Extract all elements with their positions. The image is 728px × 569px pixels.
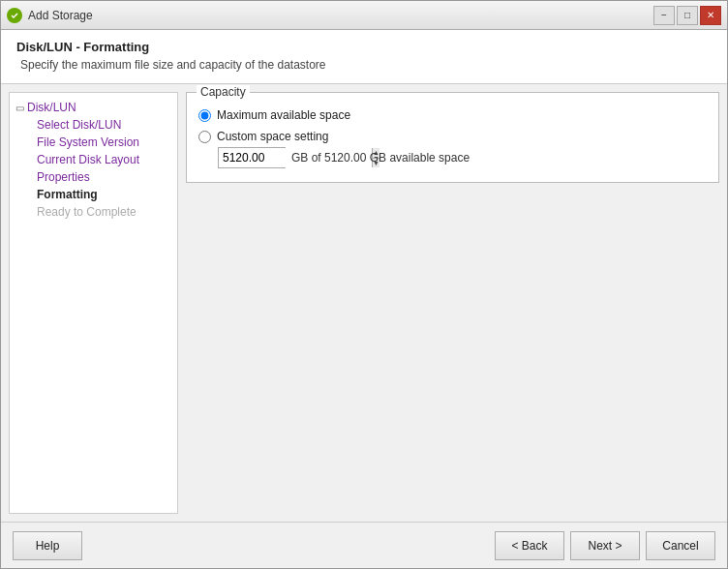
cancel-button[interactable]: Cancel (646, 531, 715, 560)
title-bar-left: Add Storage (7, 8, 93, 23)
sidebar-item-formatting: Formatting (10, 186, 177, 203)
window-title: Add Storage (28, 9, 93, 22)
sidebar-root-label: Disk/LUN (27, 101, 76, 114)
custom-space-input-row: ▲ ▼ GB of 5120.00 GB available space (218, 147, 707, 168)
sidebar-item-filesystem[interactable]: File System Version (10, 134, 177, 151)
sidebar-item-select-disk[interactable]: Select Disk/LUN (10, 116, 177, 134)
capacity-group: Capacity Maximum available space Custom … (186, 92, 719, 183)
app-icon (7, 8, 22, 23)
custom-space-label[interactable]: Custom space setting (217, 130, 328, 143)
back-button[interactable]: < Back (495, 531, 564, 560)
window: Add Storage − □ ✕ Disk/LUN - Formatting … (0, 0, 728, 569)
help-button[interactable]: Help (13, 531, 82, 560)
max-space-row: Maximum available space (198, 108, 707, 122)
window-controls: − □ ✕ (653, 6, 721, 25)
minimize-button[interactable]: − (653, 6, 675, 25)
page-subtitle: Specify the maximum file size and capaci… (20, 58, 712, 72)
max-space-label[interactable]: Maximum available space (217, 108, 350, 122)
next-button[interactable]: Next > (570, 531, 640, 560)
main-panel: Capacity Maximum available space Custom … (186, 92, 719, 514)
content-area: ▭ Disk/LUN Select Disk/LUN File System V… (1, 84, 727, 522)
sidebar-item-ready: Ready to Complete (10, 203, 177, 221)
tree-toggle-icon[interactable]: ▭ (15, 103, 24, 113)
footer-right: < Back Next > Cancel (495, 531, 715, 560)
page-title: Disk/LUN - Formatting (16, 40, 712, 54)
max-space-radio[interactable] (198, 109, 211, 122)
close-button[interactable]: ✕ (700, 6, 721, 25)
custom-space-row: Custom space setting (198, 130, 707, 143)
capacity-spinbox[interactable]: ▲ ▼ (218, 147, 286, 168)
restore-button[interactable]: □ (677, 6, 698, 25)
footer: Help < Back Next > Cancel (1, 522, 727, 568)
sidebar: ▭ Disk/LUN Select Disk/LUN File System V… (9, 92, 178, 514)
capacity-legend: Capacity (197, 85, 250, 99)
available-space-text: GB of 5120.00 GB available space (291, 151, 470, 165)
title-bar: Add Storage − □ ✕ (1, 1, 727, 30)
sidebar-item-disk-layout[interactable]: Current Disk Layout (10, 151, 177, 168)
sidebar-item-properties[interactable]: Properties (10, 168, 177, 186)
custom-space-radio[interactable] (198, 131, 211, 143)
sidebar-item-disk-lun[interactable]: ▭ Disk/LUN (10, 99, 177, 116)
header-section: Disk/LUN - Formatting Specify the maximu… (1, 30, 727, 84)
footer-left: Help (13, 531, 82, 560)
